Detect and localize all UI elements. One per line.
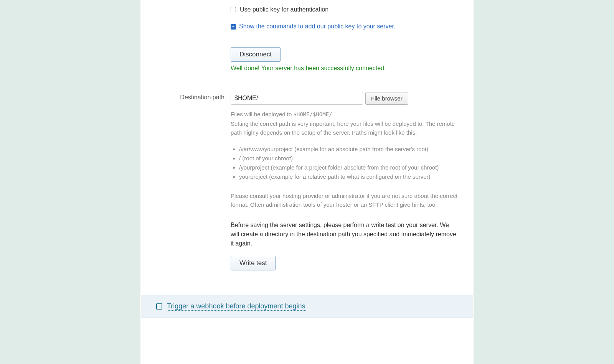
destination-path-row: Destination path File browser Files will… <box>140 90 474 272</box>
public-key-label-col <box>140 6 231 8</box>
public-key-row: Use public key for authentication <box>140 5 474 18</box>
chevron-down-icon <box>231 24 236 30</box>
connection-success-message: Well done! Your server has been successf… <box>231 65 458 72</box>
public-key-checkbox-label[interactable]: Use public key for authentication <box>231 6 458 13</box>
show-commands-row: Show the commands to add our public key … <box>140 21 474 35</box>
deploy-preview: Files will be deployed to $HOME/$HOME/ <box>231 111 458 117</box>
deploy-preview-path: $HOME/$HOME/ <box>293 111 332 117</box>
write-test-button[interactable]: Write test <box>231 256 276 270</box>
write-test-intro: Before saving the server settings, pleas… <box>231 221 458 248</box>
destination-path-label: Destination path <box>140 92 231 101</box>
list-item: yourproject (example for a relative path… <box>239 173 458 180</box>
destination-help-intro: Setting the correct path is very importa… <box>231 120 458 137</box>
disconnect-row: Disconnect Well done! Your server has be… <box>140 46 474 73</box>
webhook-panel-header[interactable]: Trigger a webhook before deployment begi… <box>141 295 473 318</box>
list-item: / (root of your chroot) <box>239 155 458 161</box>
webhook-checkbox[interactable] <box>156 303 162 310</box>
public-key-checkbox-text: Use public key for authentication <box>240 6 328 13</box>
webhook-panel-title: Trigger a webhook before deployment begi… <box>167 302 305 311</box>
public-key-checkbox[interactable] <box>231 7 236 12</box>
disconnect-button[interactable]: Disconnect <box>231 47 281 62</box>
destination-help-footer: Please consult your hosting provider or … <box>231 192 458 209</box>
destination-path-input[interactable] <box>231 92 363 105</box>
deploy-preview-prefix: Files will be deployed to <box>231 111 293 117</box>
list-item: /yourproject (example for a project fold… <box>239 164 458 171</box>
path-examples-list: /var/www/yourproject (example for an abs… <box>231 146 458 180</box>
show-commands-link[interactable]: Show the commands to add our public key … <box>239 23 395 30</box>
file-browser-button[interactable]: File browser <box>365 92 408 105</box>
webhook-panel: Trigger a webhook before deployment begi… <box>141 295 473 318</box>
list-item: /var/www/yourproject (example for an abs… <box>239 146 458 152</box>
